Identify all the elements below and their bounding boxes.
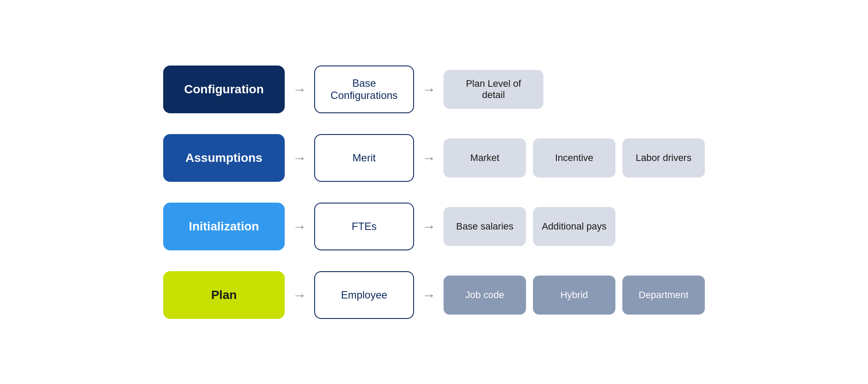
arrow-1-configuration: → (293, 82, 306, 96)
tertiary-group-initialization: Base salariesAdditional pays (444, 207, 615, 246)
tertiary-group-plan: Job codeHybridDepartment (444, 276, 705, 315)
primary-box-configuration: Configuration (163, 66, 285, 113)
tertiary-box-initialization-0: Base salaries (444, 207, 526, 246)
arrow-1-plan: → (293, 288, 306, 302)
primary-box-assumptions: Assumptions (163, 134, 285, 182)
arrow-2-plan: → (422, 288, 436, 302)
secondary-box-initialization: FTEs (314, 203, 414, 250)
row-configuration: Configuration→BaseConfigurations→Plan Le… (163, 66, 705, 113)
arrow-2-assumptions: → (422, 151, 436, 165)
secondary-box-plan: Employee (314, 271, 414, 319)
diagram: Configuration→BaseConfigurations→Plan Le… (128, 39, 740, 345)
arrow-2-configuration: → (422, 82, 436, 96)
tertiary-box-initialization-1: Additional pays (533, 207, 615, 246)
arrow-2-initialization: → (422, 220, 436, 233)
row-initialization: Initialization→FTEs→Base salariesAdditio… (163, 203, 705, 250)
primary-box-initialization: Initialization (163, 203, 285, 250)
arrow-1-initialization: → (293, 220, 306, 233)
primary-box-plan: Plan (163, 271, 285, 319)
row-assumptions: Assumptions→Merit→MarketIncentiveLabor d… (163, 134, 705, 182)
arrow-1-assumptions: → (293, 151, 306, 165)
secondary-box-configuration: BaseConfigurations (314, 66, 414, 113)
tertiary-box-assumptions-1: Incentive (533, 138, 615, 177)
tertiary-group-configuration: Plan Level ofdetail (444, 70, 543, 109)
secondary-box-assumptions: Merit (314, 134, 414, 182)
tertiary-box-configuration-0: Plan Level ofdetail (444, 70, 543, 109)
row-plan: Plan→Employee→Job codeHybridDepartment (163, 271, 705, 319)
tertiary-box-plan-1: Hybrid (533, 276, 615, 315)
tertiary-box-plan-2: Department (622, 276, 705, 315)
tertiary-group-assumptions: MarketIncentiveLabor drivers (444, 138, 705, 177)
tertiary-box-assumptions-2: Labor drivers (622, 138, 705, 177)
tertiary-box-assumptions-0: Market (444, 138, 526, 177)
tertiary-box-plan-0: Job code (444, 276, 526, 315)
